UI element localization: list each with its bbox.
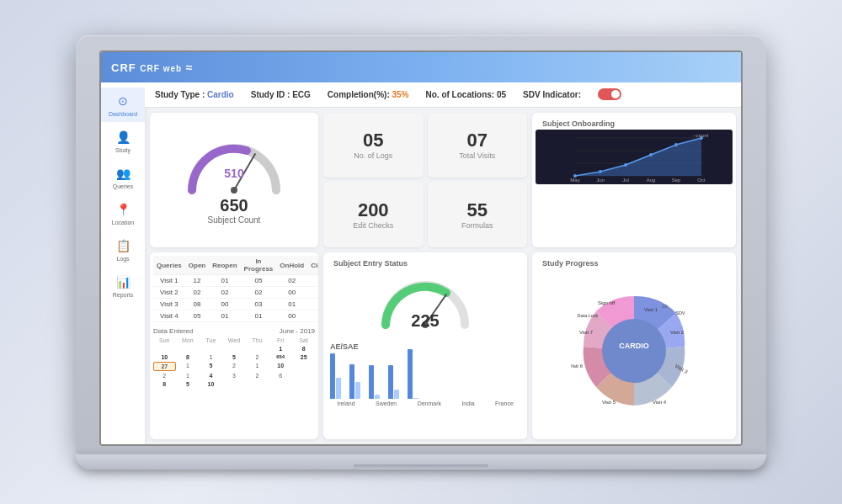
svg-point-10 (624, 163, 627, 167)
subject-onboarding-card: Subject Onboarding (532, 113, 736, 248)
aesae-title: AE/SAE (327, 341, 524, 353)
laptop-screen: CRF CRF web ≈ ⊙ Dashboard 👤 Study (99, 50, 743, 446)
stat-editchecks-value: 200 (358, 199, 389, 221)
cal-day-654[interactable]: 654 (269, 353, 292, 361)
query-progress: 01 (241, 310, 277, 322)
cal-day-4[interactable]: 4 (200, 372, 222, 379)
sidebar-item-study[interactable]: 👤 Study (101, 124, 145, 158)
bar-india-sae (394, 390, 399, 399)
subject-entry-title: Subject Entry Status (327, 256, 524, 269)
cal-day-1c[interactable]: 1 (177, 362, 200, 371)
query-open: 08 (185, 299, 209, 310)
bar-ireland-sae (336, 378, 341, 399)
study-progress-svg: CARDIO Visit 1 Visit 2 Visit 3 Visit 4 V… (571, 288, 697, 414)
dashboard-icon: ⊙ (115, 93, 131, 109)
gauge-container: 510 (184, 135, 285, 194)
sdv-label: SDV Indicator: (523, 90, 581, 99)
sidebar-item-location[interactable]: 📍 Location (101, 196, 145, 231)
cal-day-2b[interactable]: 2 (223, 362, 246, 371)
cal-day-3[interactable]: 3 (223, 372, 246, 379)
sdv-toggle[interactable] (598, 88, 621, 100)
query-reopen: 01 (209, 310, 240, 322)
cal-header-mon: Mon (177, 337, 200, 344)
cal-day-5[interactable]: 5 (223, 353, 246, 361)
sidebar-label-dashboard: Dashboard (109, 111, 137, 117)
cal-day-empty2 (292, 372, 315, 379)
cal-day-1[interactable]: 1 (269, 345, 292, 353)
screen-bezel: CRF CRF web ≈ ⊙ Dashboard 👤 Study (76, 35, 766, 454)
cal-day-2d[interactable]: 2 (246, 372, 269, 379)
queries-table-row: Visit 1 12 01 05 02 15 (153, 275, 318, 287)
query-reopen: 02 (209, 287, 240, 299)
cal-day-1e[interactable]: 1 (177, 372, 200, 379)
query-onhold: 02 (276, 275, 307, 287)
svg-text:Aug: Aug (647, 178, 656, 183)
cal-day-10b[interactable]: 10 (269, 362, 292, 371)
svg-point-23 (602, 319, 666, 383)
cal-day-1d[interactable]: 1 (246, 362, 269, 371)
cal-day-25[interactable]: 25 (292, 353, 315, 361)
entry-gauge-container: 225 (327, 269, 524, 337)
stat-editchecks: 200 Edit Checks (323, 182, 424, 247)
query-progress: 02 (241, 287, 277, 299)
sidebar-item-dashboard[interactable]: ⊙ Dashboard (101, 88, 145, 122)
cal-day-8[interactable]: 8 (292, 345, 315, 353)
calendar-grid: Sun Mon Tue Wed Thu Fri Sat (153, 337, 315, 388)
cal-day[interactable] (177, 345, 200, 353)
query-onhold: 00 (276, 287, 307, 299)
sidebar-label-study: Study (115, 147, 131, 153)
cal-day-2c[interactable]: 2 (153, 372, 176, 379)
stat-visits-label: Total Visits (459, 151, 495, 160)
cal-day[interactable] (200, 345, 222, 353)
cal-day-10[interactable]: 10 (153, 353, 176, 361)
cal-day-5b[interactable]: 5 (200, 362, 222, 371)
svg-text:Visit 7: Visit 7 (579, 330, 594, 335)
queries-col-closed: Closed (307, 256, 318, 275)
svg-text:May: May (570, 178, 579, 183)
stats-grid: 05 No. of Logs 07 Total Visits 200 Edit … (323, 113, 527, 248)
cal-day[interactable] (153, 345, 176, 353)
cal-day-empty6 (292, 380, 315, 388)
sidebar-item-queries[interactable]: 👥 Queries (101, 160, 145, 194)
cal-day-8c[interactable]: 8 (153, 380, 176, 388)
aesae-bar-chart (327, 353, 524, 399)
bar-group-denmark (369, 365, 380, 399)
cal-day[interactable] (223, 345, 246, 353)
cal-day-8b[interactable]: 8 (177, 353, 200, 361)
completion-label: Completion(%): 35% (328, 90, 409, 99)
bar-group-ireland (330, 353, 341, 399)
query-reopen: 00 (209, 299, 240, 310)
query-visit-label: Visit 3 (153, 299, 185, 310)
sidebar-item-logs[interactable]: 📋 Logs (101, 232, 145, 267)
calendar-header: Data Entered June - 2019 (153, 326, 315, 337)
stat-visits: 07 Total Visits (428, 113, 528, 178)
bar-france-ae (408, 349, 413, 399)
cal-day-10c[interactable]: 10 (200, 380, 222, 388)
svg-text:Visit 1: Visit 1 (644, 307, 658, 312)
queries-table-row: Visit 4 05 01 01 00 06 (153, 310, 318, 322)
query-progress: 03 (241, 299, 277, 310)
svg-text:Oct: Oct (697, 178, 706, 183)
query-visit-label: Visit 4 (153, 310, 185, 322)
queries-col-header: Queries (153, 256, 185, 275)
cal-day-5c[interactable]: 5 (177, 380, 200, 388)
cal-day-6[interactable]: 6 (269, 372, 292, 379)
cal-day[interactable] (246, 345, 269, 353)
sidebar-label-queries: Queries (113, 183, 134, 189)
study-bar: Study Type : Cardio Study ID : ECG Compl… (145, 82, 741, 108)
bar-sweden-ae (349, 364, 354, 399)
calendar-title: Data Entered (153, 327, 193, 335)
query-visit-label: Visit 1 (153, 275, 185, 287)
cal-day-today-27[interactable]: 27 (153, 362, 176, 371)
queries-col-onhold: OnHold (276, 256, 307, 275)
cal-day-2[interactable]: 2 (246, 353, 269, 361)
laptop-base (76, 454, 766, 470)
queries-table: Queries Open Reopen In Progress OnHold C… (153, 256, 318, 322)
study-icon: 👤 (115, 129, 131, 146)
study-type-value: Cardio (207, 90, 234, 99)
main-content: Study Type : Cardio Study ID : ECG Compl… (145, 82, 741, 444)
cal-day-1b[interactable]: 1 (200, 353, 222, 361)
sidebar-item-reports[interactable]: 📊 Reports (101, 268, 145, 303)
app-container: ⊙ Dashboard 👤 Study 👥 Queries 📍 Location (101, 82, 741, 444)
calendar-month: June - 2019 (280, 327, 315, 335)
